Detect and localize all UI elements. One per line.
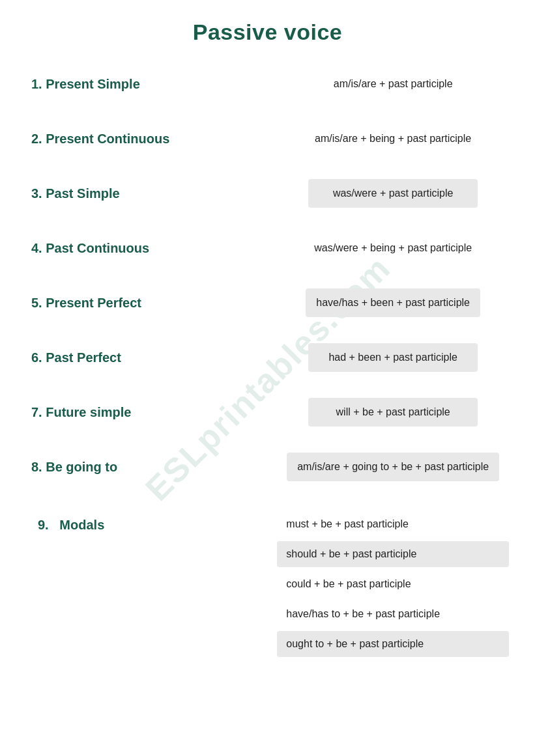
row-past-simple-formula-cell: was/were + past participle — [277, 173, 509, 214]
row-past-perfect-formula-cell: had + been + past participle — [277, 337, 509, 378]
gap-row — [26, 324, 509, 337]
row-present-perfect-label: 5. Present Perfect — [26, 282, 277, 324]
row-present-simple-formula-cell: am/is/are + past participle — [277, 63, 509, 105]
row-present-continuous-tense: Present Continuous — [46, 132, 169, 146]
row-present-simple: 1. Present Simpleam/is/are + past partic… — [26, 63, 509, 105]
row-be-going-to-label: 8. Be going to — [26, 446, 277, 488]
row-be-going-to-formula-cell: am/is/are + going to + be + past partici… — [277, 446, 509, 488]
row-future-simple-num: 7. — [31, 405, 42, 419]
row-past-simple-label: 3. Past Simple — [26, 173, 277, 214]
row-present-perfect-formula: have/has + been + past participle — [306, 288, 480, 317]
row-past-simple: 3. Past Simplewas/were + past participle — [26, 173, 509, 214]
row-past-perfect-label: 6. Past Perfect — [26, 337, 277, 378]
gap-row — [26, 488, 509, 501]
gap-row — [26, 105, 509, 118]
modals-label: 9. Modals — [26, 507, 277, 533]
modal-formula: should + be + past participle — [277, 541, 509, 567]
row-past-continuous: 4. Past Continuouswas/were + being + pas… — [26, 227, 509, 269]
row-past-simple-tense: Past Simple — [46, 186, 119, 201]
row-be-going-to-formula: am/is/are + going to + be + past partici… — [287, 453, 499, 481]
row-past-continuous-tense: Past Continuous — [46, 241, 149, 255]
row-present-perfect: 5. Present Perfecthave/has + been + past… — [26, 282, 509, 324]
row-be-going-to: 8. Be going toam/is/are + going to + be … — [26, 446, 509, 488]
row-past-perfect-formula: had + been + past participle — [308, 343, 478, 372]
row-be-going-to-num: 8. — [31, 460, 42, 474]
modals-formulas: must + be + past participleshould + be +… — [277, 507, 509, 657]
row-future-simple-formula-cell: will + be + past participle — [277, 391, 509, 433]
modals-tense: Modals — [59, 518, 104, 532]
row-present-simple-tense: Present Simple — [46, 77, 140, 91]
row-future-simple-tense: Future simple — [46, 405, 131, 419]
row-past-perfect: 6. Past Perfecthad + been + past partici… — [26, 337, 509, 378]
gap-row — [26, 214, 509, 227]
row-present-continuous-label: 2. Present Continuous — [26, 118, 277, 160]
row-be-going-to-tense: Be going to — [46, 460, 117, 474]
grammar-table: 1. Present Simpleam/is/are + past partic… — [26, 63, 509, 501]
row-present-perfect-formula-cell: have/has + been + past participle — [277, 282, 509, 324]
gap-row — [26, 269, 509, 282]
row-past-perfect-tense: Past Perfect — [46, 350, 121, 365]
row-future-simple-label: 7. Future simple — [26, 391, 277, 433]
page-title: Passive voice — [26, 20, 509, 45]
modal-formula: must + be + past participle — [277, 511, 509, 537]
row-present-continuous-formula: am/is/are + being + past participle — [304, 124, 482, 153]
row-past-perfect-num: 6. — [31, 350, 42, 365]
gap-row — [26, 433, 509, 446]
modals-num: 9. — [38, 518, 49, 532]
row-past-continuous-formula: was/were + being + past participle — [304, 234, 482, 262]
row-present-simple-num: 1. — [31, 77, 42, 91]
modal-formula: ought to + be + past participle — [277, 631, 509, 657]
row-past-continuous-num: 4. — [31, 241, 42, 255]
row-past-continuous-formula-cell: was/were + being + past participle — [277, 227, 509, 269]
row-future-simple: 7. Future simplewill + be + past partici… — [26, 391, 509, 433]
row-present-continuous-formula-cell: am/is/are + being + past participle — [277, 118, 509, 160]
row-present-continuous-num: 2. — [31, 132, 42, 146]
row-present-perfect-num: 5. — [31, 296, 42, 310]
row-present-simple-label: 1. Present Simple — [26, 63, 277, 105]
row-present-perfect-tense: Present Perfect — [46, 296, 141, 310]
modal-formula: have/has to + be + past participle — [277, 601, 509, 627]
modals-section: 9. Modals must + be + past participlesho… — [26, 507, 509, 657]
row-past-continuous-label: 4. Past Continuous — [26, 227, 277, 269]
modal-formula: could + be + past participle — [277, 571, 509, 597]
gap-row — [26, 378, 509, 391]
gap-row — [26, 160, 509, 173]
row-past-simple-formula: was/were + past participle — [308, 179, 478, 208]
row-present-continuous: 2. Present Continuousam/is/are + being +… — [26, 118, 509, 160]
row-present-simple-formula: am/is/are + past participle — [308, 70, 478, 98]
row-future-simple-formula: will + be + past participle — [308, 398, 478, 427]
row-past-simple-num: 3. — [31, 186, 42, 201]
